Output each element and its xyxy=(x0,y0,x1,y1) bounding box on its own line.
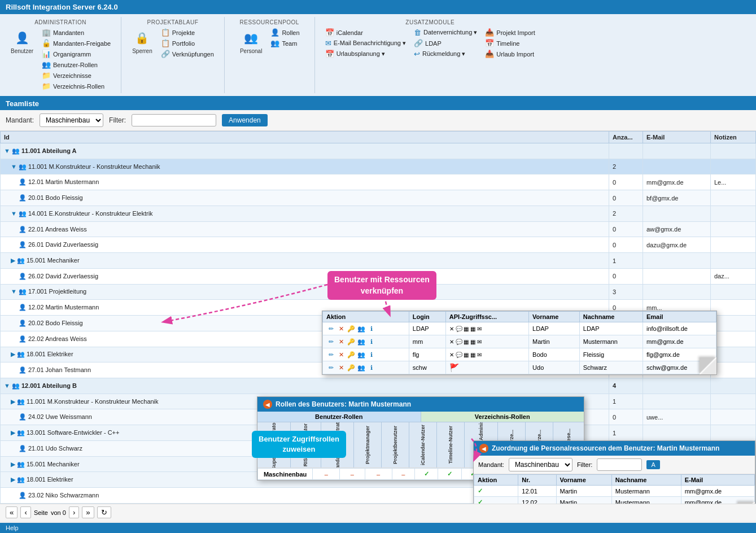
roles-popup-back[interactable]: ◀ xyxy=(263,400,272,409)
row-id: 👤12.01 Martin Mustermann xyxy=(1,174,609,190)
res-apply-button[interactable]: A xyxy=(646,460,659,469)
ressource-items: 👥 Personal 👤 Rollen 👥 Team xyxy=(238,28,301,55)
row-id: ▼👥11.001 Abteilung A xyxy=(1,143,609,159)
info-icon[interactable]: ℹ xyxy=(367,350,376,359)
ribbon-mandanten-freigabe[interactable]: 🔓 Mandanten-Freigabe xyxy=(40,38,112,48)
user-row: ✏ ✕ 🔑 👥 ℹ schw 🚩 Udo Schwarz schw@gmx.de xyxy=(323,361,716,374)
roles-header: Benutzer-Rollen Verzeichnis-Rollen xyxy=(257,412,584,422)
ribbon-rueckmeldung[interactable]: ↩ Rückmeldung ▾ xyxy=(412,49,479,59)
expand-icon[interactable]: ▶ xyxy=(11,461,15,468)
ribbon-projekte[interactable]: 📋 Projekte xyxy=(159,28,216,37)
table-row[interactable]: 👤12.01 Martin Mustermann 0mm@gmx.deLe... xyxy=(1,174,756,190)
verzeichnisse-label: Verzeichnisse xyxy=(53,72,91,79)
key-icon[interactable]: 🔑 xyxy=(347,324,356,333)
table-row[interactable]: ▶👥15.001 Mechaniker 1 xyxy=(1,253,756,269)
edit-icon[interactable]: ✏ xyxy=(326,350,335,359)
delete-icon[interactable]: ✕ xyxy=(337,350,346,359)
benutzer-rollen-icon: 👥 xyxy=(42,60,51,69)
expand-icon[interactable]: ▶ xyxy=(11,476,15,483)
table-row[interactable]: ▼👥14.001 E.Konstrukteur - Konstrukteur E… xyxy=(1,206,756,221)
filter-input[interactable] xyxy=(132,114,216,126)
ribbon-ldap[interactable]: 🔗 LDAP xyxy=(412,38,479,48)
daten-icon: 🗑 xyxy=(414,28,421,37)
expand-icon[interactable]: ▼ xyxy=(11,210,17,217)
ribbon-team[interactable]: 👥 Team xyxy=(269,38,301,48)
table-row[interactable]: 👤22.01 Andreas Weiss 0aw@gmx.de xyxy=(1,221,756,237)
ribbon-icalendar[interactable]: 📅 iCalendar xyxy=(324,28,408,37)
table-row[interactable]: 👤26.01 David Zuverlaessig 0dazu@gmx.de xyxy=(1,237,756,253)
ribbon-verzeichnisse[interactable]: 📁 Verzeichnisse xyxy=(40,71,112,80)
ribbon-verknuepfungen[interactable]: 🔗 Verknüpfungen xyxy=(159,49,216,59)
table-row[interactable]: ▼👥11.001 Abteilung A xyxy=(1,143,756,159)
ribbon-verzeichnis-rollen[interactable]: 📁 Verzeichnis-Rollen xyxy=(40,81,112,91)
refresh-btn[interactable]: ↻ xyxy=(97,506,111,518)
expand-icon[interactable]: ▼ xyxy=(11,288,17,295)
ribbon-datenvernichtung[interactable]: 🗑 Datenvernichtung ▾ xyxy=(412,28,479,37)
rueck-icon: ↩ xyxy=(414,50,420,58)
expand-icon[interactable]: ▼ xyxy=(4,382,10,389)
table-row[interactable]: 👤20.01 Bodo Fleissig 0bf@gmx.de xyxy=(1,190,756,206)
ribbon-urlaub-import[interactable]: 📥 Urlaub Import xyxy=(483,49,536,59)
ribbon-sperren[interactable]: 🔒 Sperren xyxy=(130,28,155,55)
resources-popup-back[interactable]: ◀ xyxy=(479,444,488,453)
edit-icon[interactable]: ✏ xyxy=(326,363,335,372)
person-icon: 👤 xyxy=(19,273,27,279)
resources-table: Aktion Nr. Vorname Nachname E-Mail ✓ 12.… xyxy=(474,474,755,504)
table-row[interactable]: ▼👥12.001 Abteilung B 4 xyxy=(1,378,756,394)
row-id: ▼👥17.001 Projektleitung xyxy=(1,284,609,300)
ribbon-rollen[interactable]: 👤 Rollen xyxy=(269,28,301,37)
first-page-btn[interactable]: « xyxy=(6,506,18,518)
ribbon-timeline[interactable]: 📅 Timeline xyxy=(483,38,536,48)
expand-icon[interactable]: ▶ xyxy=(11,429,15,436)
col-email: E-Mail xyxy=(681,475,754,486)
apply-button[interactable]: Anwenden xyxy=(222,114,268,126)
delete-icon[interactable]: ✕ xyxy=(337,363,346,372)
verzeichnis-rollen-label: Verzeichnis-Rollen xyxy=(53,83,104,90)
table-row[interactable]: ▼👥17.001 Projektleitung 3 xyxy=(1,284,756,300)
expand-icon[interactable]: ▼ xyxy=(11,163,17,170)
info-icon[interactable]: ℹ xyxy=(367,337,376,346)
ribbon-organigramm[interactable]: 📊 Organigramm xyxy=(40,49,112,59)
link-icon[interactable]: 👥 xyxy=(357,324,366,333)
link-icon[interactable]: 👥 xyxy=(357,363,366,372)
last-page-btn[interactable]: » xyxy=(82,506,94,518)
person-icon: 👤 xyxy=(19,320,27,326)
delete-icon[interactable]: ✕ xyxy=(337,337,346,346)
ribbon-projekt-import[interactable]: 📥 Projekt Import xyxy=(483,28,536,37)
edit-icon[interactable]: ✏ xyxy=(326,324,335,333)
ribbon-personal[interactable]: 👥 Personal xyxy=(238,28,264,55)
ribbon-benutzer-rollen[interactable]: 👥 Benutzer-Rollen xyxy=(40,60,112,69)
expand-icon[interactable]: ▶ xyxy=(11,351,15,357)
next-page-btn[interactable]: › xyxy=(69,506,79,518)
key-icon[interactable]: 🔑 xyxy=(347,363,356,372)
timeline-label: Timeline xyxy=(496,40,519,47)
subgroup-icon: 👥 xyxy=(17,429,25,436)
key-icon[interactable]: 🔑 xyxy=(347,337,356,346)
info-icon[interactable]: ℹ xyxy=(367,324,376,333)
expand-icon[interactable]: ▶ xyxy=(11,398,15,405)
link-icon[interactable]: 👥 xyxy=(357,350,366,359)
mandant-select[interactable]: Maschinenbau xyxy=(40,113,103,127)
benutzer-label: Benutzer xyxy=(11,48,33,54)
res-filter-input[interactable] xyxy=(597,458,642,471)
page-header: Teamliste xyxy=(0,97,756,110)
ribbon-email[interactable]: ✉ E-Mail Benachrichtigung ▾ xyxy=(324,38,408,48)
table-row[interactable]: ▼👥11.001 M.Konstrukteur - Konstrukteur M… xyxy=(1,159,756,174)
res-mandant-select[interactable]: Maschinenbau xyxy=(509,458,573,471)
info-icon[interactable]: ℹ xyxy=(367,363,376,372)
expand-icon[interactable]: ▶ xyxy=(11,257,15,264)
expand-icon[interactable]: ▼ xyxy=(4,147,10,154)
ribbon-urlaubsplanung[interactable]: 📅 Urlaubsplanung ▾ xyxy=(324,49,408,59)
row-id: ▶👥15.001 Mechaniker xyxy=(1,253,609,269)
ribbon-mandanten[interactable]: 🏢 Mandanten xyxy=(40,28,112,37)
link-icon[interactable]: 👥 xyxy=(357,337,366,346)
prev-page-btn[interactable]: ‹ xyxy=(20,506,30,518)
delete-icon[interactable]: ✕ xyxy=(337,324,346,333)
edit-icon[interactable]: ✏ xyxy=(326,337,335,346)
subgroup-icon: 👥 xyxy=(19,210,27,217)
ribbon-portfolio[interactable]: 📋 Portfolio xyxy=(159,38,216,48)
ribbon-benutzer[interactable]: 👤 Benutzer xyxy=(8,28,36,55)
action-icons: ✏ ✕ 🔑 👥 ℹ xyxy=(326,324,405,333)
key-icon[interactable]: 🔑 xyxy=(347,350,356,359)
table-row[interactable]: 👤26.02 David Zuverlaessig 0daz... xyxy=(1,268,756,284)
